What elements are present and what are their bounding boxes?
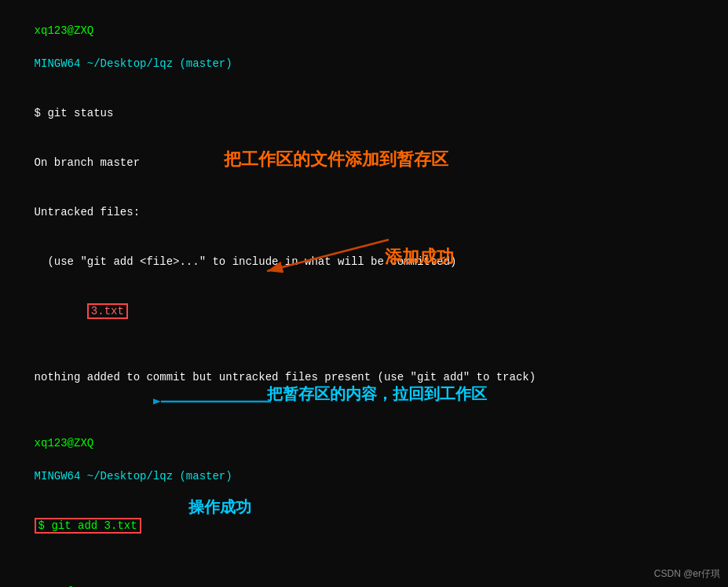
cmd-git-add: $ git add 3.txt xyxy=(8,501,720,551)
git-add-cmd-boxed: $ git add 3.txt xyxy=(35,518,141,534)
annotation-reset-to-work: 把暂存区的内容，拉回到工作区 xyxy=(267,383,487,405)
annotation-add-to-stage: 把工作区的文件添加到暂存区 xyxy=(224,148,448,171)
file-3txt-1: 3.txt xyxy=(87,303,128,319)
prompt-line-1: xq123@ZXQ MINGW64 ~/Desktop/lqz (master) xyxy=(8,6,720,89)
annotation-op-success: 操作成功 xyxy=(188,497,251,518)
blank-3 xyxy=(8,551,720,567)
csdn-watermark: CSDN @er仔琪 xyxy=(654,567,720,581)
output-file-1: 3.txt xyxy=(8,287,720,336)
prompt-path-1: MINGW64 ~/Desktop/lqz (master) xyxy=(35,57,232,70)
output-untracked-1: Untracked files: xyxy=(8,188,720,237)
annotation-add-success: 添加成功 xyxy=(385,245,454,269)
terminal-window: xq123@ZXQ MINGW64 ~/Desktop/lqz (master)… xyxy=(0,0,728,587)
cmd-git-status-1: $ git status xyxy=(8,89,720,138)
prompt-user-1: xq123@ZXQ xyxy=(35,24,94,37)
prompt-line-2: xq123@ZXQ MINGW64 ~/Desktop/lqz (master) xyxy=(8,419,720,501)
output-hint-1: (use "git add <file>..." to include in w… xyxy=(8,237,720,287)
blank-1 xyxy=(8,336,720,353)
blank-2 xyxy=(8,402,720,419)
prompt-line-3: xq123@ZXQ MINGW64 ~/Desktop/lqz (master) xyxy=(8,567,720,587)
